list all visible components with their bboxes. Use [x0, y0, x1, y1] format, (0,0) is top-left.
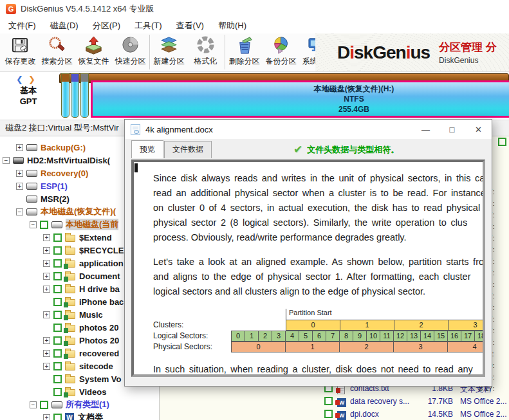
- toolbar-button-label: 备份分区: [266, 56, 297, 67]
- menu-item[interactable]: 文件(F): [1, 18, 43, 33]
- format-button[interactable]: 格式化: [187, 33, 224, 67]
- tree-checkbox[interactable]: [53, 298, 62, 306]
- tree-expander-minus[interactable]: −: [30, 401, 37, 408]
- dialog-maximize-button[interactable]: □: [439, 120, 465, 139]
- tree-item-label: 本地磁盘(当前: [66, 219, 118, 230]
- window-title: DiskGenius V5.4.5.1412 x64 专业版: [21, 3, 154, 15]
- folder-icon: [65, 299, 75, 306]
- dialog-title-bar[interactable]: 4k alignment.docx — □ ✕: [125, 120, 492, 139]
- tree-expander-plus[interactable]: +: [43, 414, 50, 420]
- tree-checkbox[interactable]: [53, 336, 62, 345]
- tree-expander-plus[interactable]: +: [16, 183, 23, 190]
- tree-checkbox[interactable]: [53, 311, 62, 319]
- file-checkbox[interactable]: [324, 410, 333, 418]
- delete-partition-button[interactable]: 删除分区: [226, 33, 263, 67]
- tree-item-label: 本地磁盘(恢复文件)(: [41, 206, 116, 217]
- tree-item-label: Backup(G:): [41, 143, 86, 152]
- file-name: dpi.docx: [350, 410, 379, 419]
- tree-expander-plus[interactable]: +: [43, 260, 50, 267]
- document-line: and aligns to the edge of physical secto…: [153, 269, 483, 284]
- tree-expander-minus[interactable]: −: [30, 221, 37, 228]
- mini-partition-bar[interactable]: [71, 73, 79, 118]
- tree-expander-plus[interactable]: +: [16, 170, 23, 177]
- document-caret: [134, 163, 138, 172]
- mini-partition-bar[interactable]: [80, 73, 89, 118]
- menu-item[interactable]: 磁盘(D): [43, 18, 86, 33]
- tree-expander-plus[interactable]: +: [43, 273, 50, 280]
- dialog-minimize-button[interactable]: —: [412, 120, 439, 139]
- folder-icon: [65, 389, 75, 396]
- tree-expander-minus[interactable]: −: [3, 157, 10, 164]
- tree-checkbox[interactable]: [53, 324, 62, 332]
- recover-files-button[interactable]: 恢复文件: [75, 33, 112, 67]
- document-line: on cluster 0 of 4 sectors, in actual exe…: [153, 201, 483, 215]
- diagram-cell: 0: [231, 331, 245, 342]
- file-checkbox[interactable]: [324, 397, 333, 405]
- folder-icon: [65, 351, 75, 358]
- partition-start-label: Partition Start: [286, 309, 332, 320]
- preview-pane[interactable]: Since disk always reads and writes in th…: [131, 160, 485, 377]
- tree-checkbox[interactable]: [53, 349, 62, 358]
- backup-partition-button[interactable]: 备份分区: [263, 33, 299, 67]
- tree-item-label: System Vo: [79, 374, 122, 384]
- file-row[interactable]: Wdpi.docx14.5KBMS Office 2...A D2020-07-…: [322, 408, 509, 420]
- deleted-trash-icon: [335, 413, 340, 418]
- new-partition-button[interactable]: 新建分区: [151, 33, 187, 67]
- nav-right-icon[interactable]: ❯: [28, 75, 41, 84]
- tab-file-data[interactable]: 文件数据: [164, 141, 212, 158]
- save-button[interactable]: 保存更改: [2, 33, 39, 67]
- tree-checkbox[interactable]: [53, 272, 62, 280]
- tab-preview[interactable]: 预览: [131, 140, 163, 158]
- tree-checkbox[interactable]: [40, 401, 48, 409]
- mini-partition-bar[interactable]: [61, 73, 69, 118]
- tree-checkbox[interactable]: [53, 233, 62, 242]
- toolbar-button-label: 保存更改: [5, 56, 36, 67]
- menu-item[interactable]: 查看(V): [169, 18, 211, 33]
- quick-partition-button[interactable]: 快速分区: [112, 33, 149, 67]
- disk-icon: [51, 221, 62, 228]
- tree-checkbox[interactable]: [53, 362, 62, 370]
- tree-checkbox[interactable]: [53, 375, 62, 383]
- tree-checkbox[interactable]: [53, 414, 62, 420]
- diagram-cell: 9: [353, 331, 367, 342]
- file-header-status: ✔ 文件头数据与类型相符。: [293, 143, 399, 156]
- nav-left-icon[interactable]: ❮: [16, 75, 28, 84]
- tree-expander-plus[interactable]: +: [43, 363, 50, 370]
- mini-partition-cap: [71, 74, 79, 82]
- document-paragraph: Since disk always reads and writes in th…: [153, 171, 483, 245]
- menu-item[interactable]: 工具(T): [127, 18, 169, 33]
- tree-checkbox[interactable]: [53, 285, 62, 293]
- tree-expander-plus[interactable]: +: [43, 286, 50, 293]
- tree-item[interactable]: +W文档类: [0, 411, 159, 420]
- file-row[interactable]: Wdata recovery s...17.7KBMS Office 2...A…: [322, 395, 509, 408]
- tree-expander-plus[interactable]: +: [43, 337, 50, 344]
- selected-partition-block[interactable]: 本地磁盘(恢复文件)(H:) NTFS 255.4GB: [91, 80, 509, 118]
- tree-item-label: Music: [79, 310, 103, 320]
- deleted-trash-icon: [64, 392, 68, 397]
- tree-expander-plus[interactable]: +: [43, 247, 50, 254]
- mini-partition-cap: [81, 74, 88, 82]
- disk-icon: [51, 401, 62, 408]
- deleted-trash-icon: [64, 264, 68, 269]
- file-checkbox[interactable]: [498, 138, 506, 146]
- tree-expander-plus[interactable]: +: [43, 350, 50, 357]
- tree-checkbox[interactable]: [53, 388, 62, 396]
- file-type: MS Office 2...: [460, 397, 506, 406]
- partition-nav: ❮❯ 基本 GPT: [0, 74, 57, 107]
- tree-checkbox[interactable]: [53, 259, 62, 268]
- toolbar-button-label: 搜索分区: [42, 56, 73, 67]
- menu-item[interactable]: 分区(P): [86, 18, 127, 33]
- menu-item[interactable]: 帮助(H): [211, 18, 254, 33]
- dialog-close-button[interactable]: ✕: [465, 120, 492, 139]
- tree-expander-plus[interactable]: +: [16, 144, 23, 151]
- tree-expander-minus[interactable]: −: [16, 208, 23, 215]
- app-logo-icon: G: [6, 4, 16, 14]
- tree-expander-plus[interactable]: +: [43, 234, 50, 241]
- tree-item[interactable]: −所有类型(1): [0, 398, 159, 411]
- tree-checkbox[interactable]: [40, 221, 48, 229]
- search-partition-button[interactable]: 搜索分区: [39, 33, 75, 67]
- document-line: In such situation, when reading a cluste…: [153, 362, 483, 374]
- tree-checkbox[interactable]: [53, 246, 62, 255]
- tree-item[interactable]: Videos: [0, 385, 159, 398]
- tree-expander-plus[interactable]: +: [43, 311, 50, 318]
